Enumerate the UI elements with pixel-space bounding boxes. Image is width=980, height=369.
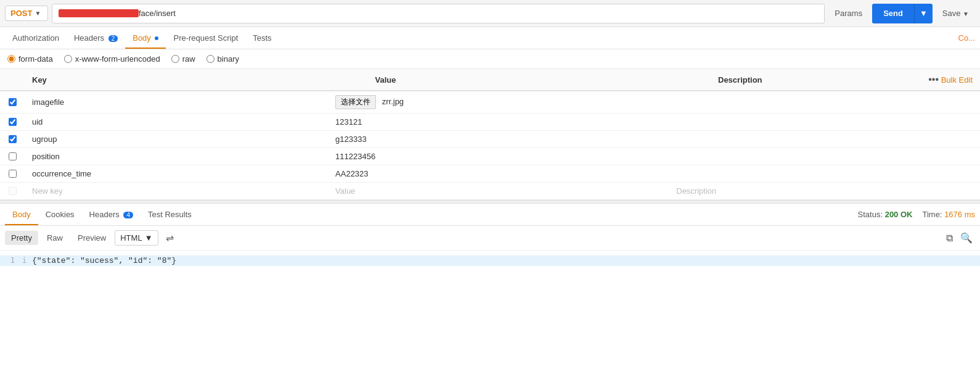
key-cell: uid [25, 114, 328, 131]
more-options-button[interactable]: ••• [928, 74, 939, 85]
col-description: Description [711, 69, 894, 91]
description-cell [669, 148, 894, 165]
row-action-cell [894, 183, 980, 200]
line-indicator: i [22, 256, 32, 265]
line-number: 1 [0, 256, 22, 265]
description-cell [669, 114, 894, 131]
table-header-row: Key Value Description ••• Bulk Edit [0, 69, 980, 91]
url-bar: face/insert [52, 4, 825, 23]
description-cell [669, 91, 894, 114]
params-button[interactable]: Params [828, 6, 868, 20]
body-dot [155, 36, 158, 40]
radio-binary[interactable]: binary [206, 54, 239, 64]
time-value: 1676 ms [944, 210, 975, 219]
headers-badge: 2 [108, 35, 118, 42]
status-label: Status: 200 OK [858, 210, 913, 219]
key-cell: imagefile [25, 91, 328, 114]
table-row: occurrence_time AA22323 [0, 165, 980, 183]
send-dropdown-button[interactable]: ▼ [914, 4, 933, 23]
response-status-bar: Status: 200 OK Time: 1676 ms [858, 210, 975, 219]
row-checkbox[interactable] [7, 118, 17, 126]
url-suffix: face/insert [139, 9, 176, 18]
tab-headers[interactable]: Headers 2 [67, 28, 125, 49]
response-section: Body Cookies Headers 4 Test Results Stat… [0, 204, 980, 325]
response-tab-body[interactable]: Body [5, 205, 38, 225]
send-button[interactable]: Send [872, 4, 914, 23]
tab-pre-request-script[interactable]: Pre-request Script [166, 28, 245, 49]
response-toolbar: Pretty Raw Preview HTML ▼ ⇌ ⧉ 🔍 [0, 226, 980, 251]
response-tab-bar: Body Cookies Headers 4 Test Results Stat… [0, 204, 980, 226]
value-cell: g123333 [328, 131, 669, 148]
col-checkbox [0, 69, 25, 91]
code-content: {"state": "sucess", "id": "8"} [32, 256, 980, 265]
value-cell: 选择文件 zrr.jpg [328, 91, 669, 114]
col-key: Key [25, 69, 368, 91]
copy-button[interactable]: ⧉ [944, 230, 955, 246]
col-actions: ••• Bulk Edit [894, 69, 980, 91]
format-chevron-icon: ▼ [145, 233, 153, 243]
row-action-cell [894, 148, 980, 165]
value-cell: AA22323 [328, 165, 669, 183]
col-value: Value [368, 69, 711, 91]
word-wrap-button[interactable]: ⇌ [161, 230, 179, 246]
view-raw-button[interactable]: Raw [41, 231, 69, 245]
save-button[interactable]: Save ▼ [936, 6, 975, 20]
response-tab-test-results[interactable]: Test Results [141, 205, 199, 225]
value-placeholder-cell[interactable]: Value [328, 183, 669, 200]
time-label: Time: 1676 ms [922, 210, 975, 219]
description-cell [669, 131, 894, 148]
request-tab-bar: Authorization Headers 2 Body Pre-request… [0, 27, 980, 49]
desc-placeholder-cell[interactable]: Description [669, 183, 894, 200]
key-cell: position [25, 148, 328, 165]
file-choose-button[interactable]: 选择文件 [335, 95, 376, 109]
method-label: POST [10, 9, 32, 18]
description-cell [669, 165, 894, 183]
value-cell: 123121 [328, 114, 669, 131]
format-label: HTML [120, 233, 142, 243]
search-button[interactable]: 🔍 [958, 230, 975, 246]
table-row: ugroup g123333 [0, 131, 980, 148]
format-selector[interactable]: HTML ▼ [115, 230, 158, 246]
value-cell: 111223456 [328, 148, 669, 165]
response-tab-headers[interactable]: Headers 4 [82, 205, 141, 225]
radio-raw[interactable]: raw [171, 54, 195, 64]
view-pretty-button[interactable]: Pretty [5, 231, 38, 245]
code-line: 1 i {"state": "sucess", "id": "8"} [0, 255, 980, 266]
key-placeholder-cell[interactable]: New key [25, 183, 328, 200]
table-row: imagefile 选择文件 zrr.jpg [0, 91, 980, 114]
row-checkbox[interactable] [7, 170, 17, 178]
radio-x-www-form-urlencoded[interactable]: x-www-form-urlencoded [64, 54, 160, 64]
params-table-container: Key Value Description ••• Bulk Edit [0, 69, 980, 200]
tab-authorization[interactable]: Authorization [5, 28, 67, 49]
url-redacted [59, 9, 139, 17]
params-table-head: Key Value Description ••• Bulk Edit [0, 69, 980, 91]
body-type-bar: form-data x-www-form-urlencoded raw bina… [0, 49, 980, 69]
response-tab-cookies[interactable]: Cookies [38, 205, 82, 225]
key-cell: occurrence_time [25, 165, 328, 183]
method-selector[interactable]: POST ▼ [5, 6, 48, 21]
status-value: 200 OK [885, 210, 913, 219]
view-preview-button[interactable]: Preview [71, 231, 112, 245]
row-checkbox[interactable] [7, 135, 17, 143]
radio-form-data[interactable]: form-data [7, 54, 53, 64]
row-checkbox[interactable] [7, 152, 17, 160]
method-chevron-icon: ▼ [35, 10, 41, 17]
tab-body[interactable]: Body [125, 28, 166, 49]
tab-overflow: Co... [958, 33, 975, 43]
row-action-cell [894, 114, 980, 131]
tab-tests[interactable]: Tests [245, 28, 279, 49]
key-cell: ugroup [25, 131, 328, 148]
response-actions: ⧉ 🔍 [944, 230, 975, 246]
send-group: Send ▼ [872, 4, 933, 23]
row-action-cell [894, 131, 980, 148]
row-action-cell [894, 165, 980, 183]
code-area: 1 i {"state": "sucess", "id": "8"} [0, 251, 980, 325]
row-checkbox[interactable] [7, 98, 17, 106]
bulk-edit-button[interactable]: Bulk Edit [941, 75, 973, 85]
table-row: uid 123121 [0, 114, 980, 131]
top-bar: POST ▼ face/insert Params Send ▼ Save ▼ [0, 0, 980, 27]
save-chevron-icon: ▼ [963, 10, 969, 17]
row-action-cell [894, 91, 980, 114]
row-checkbox-placeholder [7, 187, 17, 195]
params-table-body: imagefile 选择文件 zrr.jpg uid 123121 [0, 91, 980, 200]
